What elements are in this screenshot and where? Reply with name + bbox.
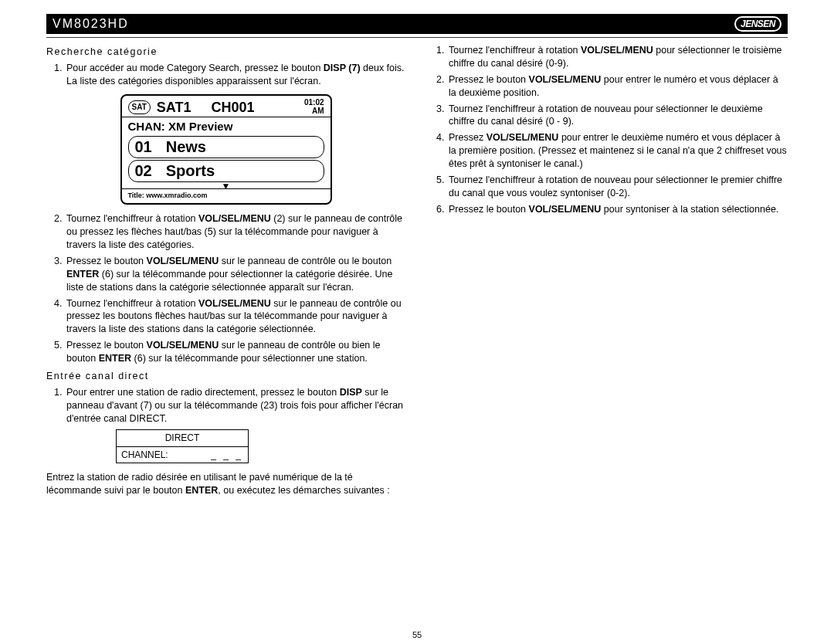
direct-channel-value: _ _ _ xyxy=(211,449,243,461)
direct-entry-steps: Pour entrer une station de radio directe… xyxy=(46,386,405,425)
sat-top-row: SAT SAT1 CH001 01:02 AM xyxy=(122,96,331,117)
step-3: Pressez le bouton VOL/SEL/MENU sur le pa… xyxy=(65,255,405,294)
sat-time: 01:02 AM xyxy=(304,99,324,115)
section-title-recherche: Recherche catégorie xyxy=(46,46,405,59)
category-search-steps-b: Tournez l'enchiffreur à rotation VOL/SEL… xyxy=(46,212,405,365)
sat-row-2: 02 Sports xyxy=(128,160,324,182)
step-5: Pressez le bouton VOL/SEL/MENU sur le pa… xyxy=(65,339,405,365)
right-column: Tournez l'enchiffreur à rotation VOL/SEL… xyxy=(429,42,788,502)
sat-display: SAT SAT1 CH001 01:02 AM CHAN: XM Preview… xyxy=(120,94,332,205)
page: VM8023HD JENSEN Recherche catégorie Pour… xyxy=(0,0,834,644)
r-step-4: Pressez VOL/SEL/MENU pour entrer le deux… xyxy=(447,131,788,171)
sat-channel: CH001 xyxy=(211,98,254,117)
content-columns: Recherche catégorie Pour accéder au mode… xyxy=(46,42,788,502)
sat-badge: SAT xyxy=(128,100,151,114)
r-step-1: Tournez l'enchiffreur à rotation VOL/SEL… xyxy=(447,44,788,70)
r-step-3: Tournez l'enchiffreur à rotation de nouv… xyxy=(447,103,788,129)
direct-step-1: Pour entrer une station de radio directe… xyxy=(65,386,405,425)
category-search-steps-a: Pour accéder au mode Category Search, pr… xyxy=(46,62,405,88)
model-number: VM8023HD xyxy=(53,17,129,31)
direct-box-body: CHANNEL: _ _ _ xyxy=(117,447,248,463)
brand-logo: JENSEN xyxy=(734,16,781,32)
sat-row-1: 01 News xyxy=(128,136,324,158)
r-step-6: Pressez le bouton VOL/SEL/MENU pour synt… xyxy=(447,203,788,216)
left-column: Recherche catégorie Pour accéder au mode… xyxy=(46,42,405,502)
r-step-2: Pressez le bouton VOL/SEL/MENU pour entr… xyxy=(447,73,788,100)
direct-box-title: DIRECT xyxy=(117,430,248,446)
right-steps: Tournez l'enchiffreur à rotation VOL/SEL… xyxy=(429,44,788,216)
direct-channel-box: DIRECT CHANNEL: _ _ _ xyxy=(116,429,249,463)
header-separator xyxy=(46,37,788,38)
step-2: Tournez l'enchiffreur à rotation VOL/SEL… xyxy=(65,212,405,252)
section-title-direct: Entrée canal direct xyxy=(46,370,405,383)
direct-outro: Entrez la station de radio désirée en ut… xyxy=(46,471,405,497)
sat-band: SAT1 xyxy=(157,98,192,117)
r-step-5: Tournez l'enchiffreur à rotation de nouv… xyxy=(447,174,788,200)
header-bar: VM8023HD JENSEN xyxy=(46,14,788,34)
sat-chan-line: CHAN: XM Preview xyxy=(122,117,331,134)
page-number: 55 xyxy=(412,630,422,639)
direct-channel-label: CHANNEL: xyxy=(121,449,168,461)
step-1: Pour accéder au mode Category Search, pr… xyxy=(65,62,405,88)
step-4: Tournez l'enchiffreur à rotation VOL/SEL… xyxy=(65,297,405,337)
